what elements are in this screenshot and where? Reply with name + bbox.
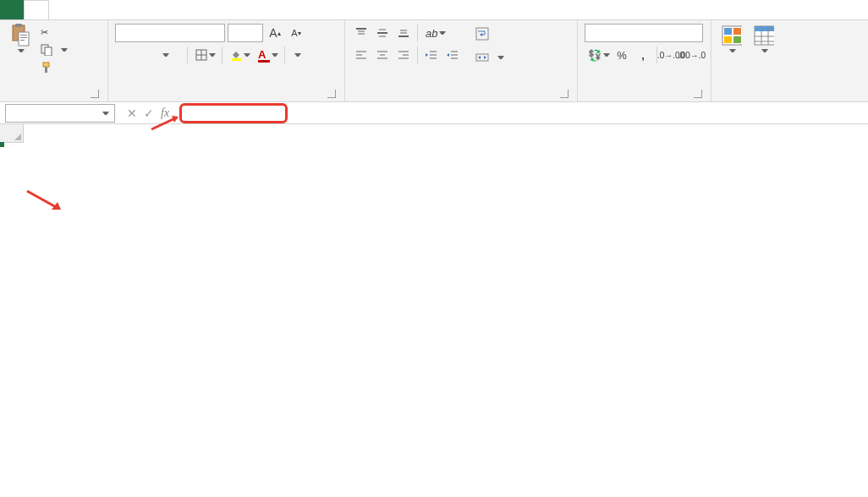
- merge-center-button[interactable]: [474, 47, 506, 68]
- svg-marker-40: [447, 53, 449, 57]
- formula-bar: ✕ ✓ fx: [0, 102, 868, 124]
- paste-button[interactable]: [7, 24, 34, 54]
- currency-icon: 💱: [588, 49, 602, 62]
- chevron-down-icon: [102, 112, 109, 115]
- cell-styles-button[interactable]: [783, 24, 786, 42]
- chevron-down-icon: [244, 53, 250, 57]
- comma-style-button[interactable]: ,: [634, 46, 652, 64]
- formula-input[interactable]: [187, 106, 280, 119]
- svg-rect-9: [45, 67, 47, 73]
- tab-file[interactable]: [0, 0, 24, 19]
- cancel-icon[interactable]: ✕: [127, 106, 137, 120]
- increase-indent-button[interactable]: [443, 46, 462, 64]
- font-name-combo[interactable]: [115, 24, 225, 42]
- accounting-format-button[interactable]: 💱: [585, 46, 610, 64]
- formula-highlight-annotation: [179, 103, 288, 123]
- dialog-launcher-icon[interactable]: [560, 90, 569, 98]
- group-styles: [711, 20, 868, 101]
- svg-rect-48: [733, 28, 741, 35]
- increase-decimal-button[interactable]: .0→.00: [662, 46, 680, 64]
- italic-button[interactable]: [136, 46, 155, 64]
- svg-marker-42: [480, 33, 482, 36]
- dialog-launcher-icon[interactable]: [694, 90, 702, 98]
- group-number: 💱 % , .0→.00 .00→.0: [578, 20, 711, 101]
- font-color-button[interactable]: A: [255, 46, 280, 64]
- tab-data[interactable]: [120, 0, 144, 19]
- chevron-down-icon: [294, 53, 301, 57]
- decrease-font-button[interactable]: A▾: [287, 24, 305, 42]
- svg-rect-5: [20, 40, 25, 41]
- svg-rect-52: [755, 26, 774, 31]
- bucket-icon: [230, 49, 242, 61]
- svg-rect-3: [20, 35, 27, 36]
- active-cell-indicator: [0, 143, 3, 146]
- cut-button[interactable]: ✂: [39, 24, 69, 41]
- tab-view[interactable]: [168, 0, 191, 19]
- group-label-alignment: [352, 96, 570, 101]
- chevron-down-icon: [61, 48, 68, 52]
- number-format-combo[interactable]: [585, 24, 703, 42]
- group-label-styles: [718, 96, 861, 101]
- svg-marker-45: [484, 56, 486, 59]
- tab-insert[interactable]: [49, 0, 73, 19]
- ribbon-tabs: [0, 0, 868, 20]
- borders-icon: [195, 49, 207, 61]
- svg-rect-49: [724, 36, 732, 43]
- svg-rect-50: [733, 36, 741, 43]
- align-right-button[interactable]: [394, 46, 413, 64]
- chevron-down-icon: [209, 53, 216, 57]
- copy-button[interactable]: [39, 41, 69, 58]
- align-center-button[interactable]: [373, 46, 392, 64]
- underline-button[interactable]: [157, 46, 183, 64]
- svg-rect-2: [19, 32, 29, 46]
- orientation-button[interactable]: ab: [422, 24, 448, 42]
- conditional-format-button[interactable]: [718, 24, 745, 54]
- borders-button[interactable]: [192, 46, 217, 64]
- name-box[interactable]: [5, 104, 115, 123]
- tab-formulas[interactable]: [96, 0, 120, 19]
- dialog-launcher-icon[interactable]: [327, 90, 336, 98]
- decrease-indent-button[interactable]: [422, 46, 441, 64]
- align-middle-button[interactable]: [373, 24, 392, 42]
- tab-review[interactable]: [144, 0, 168, 19]
- format-as-table-button[interactable]: [750, 24, 777, 54]
- svg-rect-4: [20, 37, 27, 38]
- tab-baidu-disk[interactable]: [215, 0, 239, 19]
- align-left-button[interactable]: [352, 46, 371, 64]
- svg-rect-7: [45, 47, 52, 56]
- group-clipboard: ✂: [0, 20, 108, 101]
- format-painter-button[interactable]: [39, 59, 69, 76]
- copy-icon: [41, 44, 52, 56]
- chevron-down-icon: [729, 49, 736, 52]
- fill-color-button[interactable]: [227, 46, 252, 64]
- ribbon: ✂ A▴ A▾ A: [0, 20, 868, 102]
- svg-rect-14: [258, 60, 270, 63]
- align-top-button[interactable]: [352, 24, 371, 42]
- pinyin-guide-button[interactable]: [289, 46, 315, 64]
- svg-marker-36: [426, 53, 428, 57]
- bold-button[interactable]: [115, 46, 134, 64]
- wrap-text-button[interactable]: [474, 24, 506, 44]
- svg-rect-8: [43, 63, 49, 67]
- font-size-combo[interactable]: [228, 24, 263, 42]
- chevron-down-icon: [18, 49, 25, 52]
- font-color-icon: A: [258, 48, 270, 63]
- chevron-down-icon: [272, 53, 278, 57]
- brush-icon: [41, 62, 52, 74]
- merge-icon: [475, 51, 489, 64]
- svg-marker-58: [52, 202, 61, 210]
- svg-rect-1: [15, 24, 22, 27]
- tab-developer[interactable]: [191, 0, 215, 19]
- select-all-corner[interactable]: [0, 124, 24, 143]
- increase-font-button[interactable]: A▴: [266, 24, 284, 42]
- group-label-clipboard: [7, 96, 101, 101]
- decrease-decimal-button[interactable]: .00→.0: [683, 46, 701, 64]
- dialog-launcher-icon[interactable]: [91, 90, 99, 98]
- tab-page-layout[interactable]: [73, 0, 96, 19]
- align-bottom-button[interactable]: [394, 24, 413, 42]
- conditional-format-icon: [722, 25, 742, 46]
- svg-rect-13: [232, 58, 241, 61]
- tab-home[interactable]: [24, 0, 49, 19]
- chevron-down-icon: [439, 31, 446, 35]
- percent-button[interactable]: %: [613, 46, 631, 64]
